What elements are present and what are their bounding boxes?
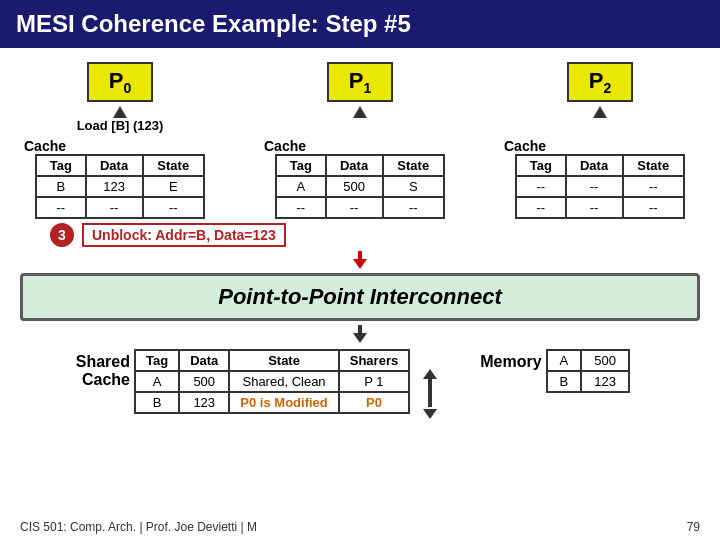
- svg-marker-6: [353, 333, 367, 343]
- cache-p0-row-1: -- -- --: [36, 197, 204, 218]
- proc-label-p2: P2: [567, 62, 633, 102]
- memory-r1-tag: B: [547, 371, 582, 392]
- shared-r0-state: Shared, Clean: [229, 371, 338, 392]
- svg-marker-4: [353, 259, 367, 269]
- cache-p2-header-tag: Tag: [516, 155, 566, 176]
- cache-table-p0: Tag Data State B 123 E -- -- --: [35, 154, 205, 219]
- shared-header-tag: Tag: [135, 350, 179, 371]
- shared-r0-sharers: P 1: [339, 371, 409, 392]
- arrow-interconnect-down: [350, 251, 370, 269]
- load-label-p0: Load [B] (123): [77, 118, 164, 136]
- memory-r0-tag: A: [547, 350, 582, 371]
- cache-p2-header-data: Data: [566, 155, 623, 176]
- cache-p1-header-state: State: [383, 155, 444, 176]
- cache-p0-header-tag: Tag: [36, 155, 86, 176]
- svg-marker-0: [113, 106, 127, 118]
- cache-p2-row-1: -- -- --: [516, 197, 684, 218]
- shared-cache-label: SharedCache: [20, 349, 130, 389]
- footer-left: CIS 501: Comp. Arch. | Prof. Joe Deviett…: [20, 520, 257, 534]
- processor-p1: P1 Cache Tag Data State A 500: [260, 62, 460, 219]
- cache-table-p2: Tag Data State -- -- -- -- -- --: [515, 154, 685, 219]
- memory-row-0: A 500: [547, 350, 629, 371]
- memory-section: Memory A 500 B 123: [480, 349, 630, 393]
- cache-label-p0: Cache: [24, 138, 66, 154]
- cache-p1-row-0: A 500 S: [276, 176, 444, 197]
- interconnect-banner: Point-to-Point Interconnect: [20, 273, 700, 321]
- cache-p0-r0-state: E: [143, 176, 204, 197]
- shared-row-0: A 500 Shared, Clean P 1: [135, 371, 409, 392]
- memory-table: A 500 B 123: [546, 349, 630, 393]
- cache-p2-r0-tag: --: [516, 176, 566, 197]
- cache-label-p2: Cache: [504, 138, 546, 154]
- cache-table-p1: Tag Data State A 500 S -- -- --: [275, 154, 445, 219]
- shared-r1-state: P0 is Modified: [229, 392, 338, 413]
- cache-label-p1: Cache: [264, 138, 306, 154]
- shared-header-sharers: Sharers: [339, 350, 409, 371]
- cache-p0-header-state: State: [143, 155, 204, 176]
- cache-p1-header-tag: Tag: [276, 155, 326, 176]
- cache-p0-row-0: B 123 E: [36, 176, 204, 197]
- page-title: MESI Coherence Example: Step #5: [16, 10, 411, 38]
- cache-p0-r1-tag: --: [36, 197, 86, 218]
- footer: CIS 501: Comp. Arch. | Prof. Joe Deviett…: [0, 520, 720, 534]
- step3-text: Unblock: Addr=B, Data=123: [82, 223, 286, 247]
- arrow-p0-up: [113, 106, 127, 118]
- step3-circle: 3: [50, 223, 74, 247]
- cache-p2-r0-state: --: [623, 176, 684, 197]
- cache-p2-header-state: State: [623, 155, 684, 176]
- cache-p0-r1-state: --: [143, 197, 204, 218]
- cache-p1-r0-tag: A: [276, 176, 326, 197]
- svg-marker-7: [423, 369, 437, 379]
- memory-r0-val: 500: [581, 350, 629, 371]
- shared-header-state: State: [229, 350, 338, 371]
- cache-p2-r0-data: --: [566, 176, 623, 197]
- title-bar: MESI Coherence Example: Step #5: [0, 0, 720, 48]
- shared-r1-sharers: P0: [339, 392, 409, 413]
- shared-r1-data: 123: [179, 392, 229, 413]
- cache-p1-header-data: Data: [326, 155, 383, 176]
- step3-row: 3 Unblock: Addr=B, Data=123: [50, 223, 700, 247]
- arrow-p2-up: [593, 106, 607, 118]
- cache-p1-r0-data: 500: [326, 176, 383, 197]
- memory-row-1: B 123: [547, 371, 629, 392]
- cache-p2-r1-state: --: [623, 197, 684, 218]
- processors-row: P0 Load [B] (123) Cache Tag Data State B: [20, 62, 700, 219]
- interconnect-section: Point-to-Point Interconnect: [20, 251, 700, 343]
- proc-label-p0: P0: [87, 62, 153, 102]
- cache-p0-r0-tag: B: [36, 176, 86, 197]
- footer-right: 79: [687, 520, 700, 534]
- cache-p2-r1-tag: --: [516, 197, 566, 218]
- cache-p2-r1-data: --: [566, 197, 623, 218]
- cache-p1-row-1: -- -- --: [276, 197, 444, 218]
- svg-marker-9: [423, 409, 437, 419]
- memory-label: Memory: [480, 349, 541, 371]
- shared-cache-table: Tag Data State Sharers A 500 Shared, Cle…: [134, 349, 410, 414]
- cache-p1-r1-state: --: [383, 197, 444, 218]
- shared-r0-tag: A: [135, 371, 179, 392]
- cache-p0-r1-data: --: [86, 197, 143, 218]
- cache-p1-r1-data: --: [326, 197, 383, 218]
- cache-p2-row-0: -- -- --: [516, 176, 684, 197]
- processor-p0: P0 Load [B] (123) Cache Tag Data State B: [20, 62, 220, 219]
- cache-p0-header-data: Data: [86, 155, 143, 176]
- cache-p1-r1-tag: --: [276, 197, 326, 218]
- arrow-interconnect-down2: [350, 325, 370, 343]
- cache-p1-r0-state: S: [383, 176, 444, 197]
- shared-r0-data: 500: [179, 371, 229, 392]
- shared-row-1: B 123 P0 is Modified P0: [135, 392, 409, 413]
- svg-marker-1: [353, 106, 367, 118]
- processor-p2: P2 Cache Tag Data State -- --: [500, 62, 700, 219]
- cache-p0-r0-data: 123: [86, 176, 143, 197]
- arrow-shared-memory: [420, 369, 440, 419]
- bottom-section: SharedCache Tag Data State Sharers A 500…: [20, 349, 700, 419]
- shared-r1-tag: B: [135, 392, 179, 413]
- arrow-p1-up: [353, 106, 367, 118]
- svg-marker-2: [593, 106, 607, 118]
- shared-header-data: Data: [179, 350, 229, 371]
- memory-r1-val: 123: [581, 371, 629, 392]
- proc-label-p1: P1: [327, 62, 393, 102]
